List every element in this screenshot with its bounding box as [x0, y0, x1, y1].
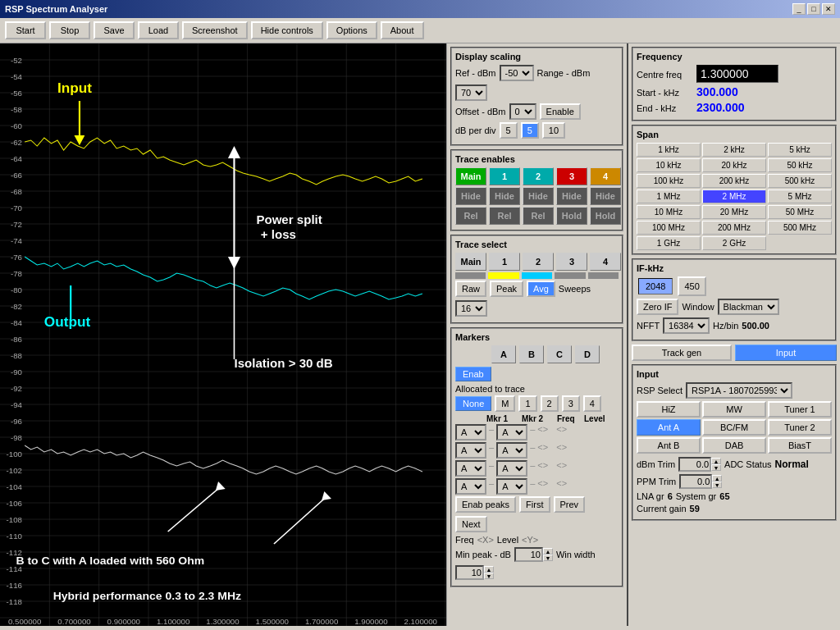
trace4-hold[interactable]: Hold [590, 207, 621, 225]
dbm-trim-input[interactable] [678, 457, 711, 472]
alloc-m[interactable]: M [495, 395, 515, 412]
ts-main[interactable]: Main [455, 253, 486, 271]
mkr1-row3-sel[interactable]: A [455, 460, 486, 477]
offset-select[interactable]: 0 [509, 103, 536, 120]
if-2048[interactable]: 2048 [638, 278, 673, 294]
span-1khz[interactable]: 1 kHz [637, 143, 701, 157]
range-select[interactable]: 70 [455, 84, 487, 101]
dbm-trim-up[interactable]: ▲ [711, 458, 721, 464]
trace3-hold[interactable]: Hold [556, 207, 587, 225]
mw-button[interactable]: MW [702, 401, 766, 418]
trace2-rel[interactable]: Rel [523, 207, 554, 225]
maximize-button[interactable]: □ [807, 3, 820, 15]
span-10khz[interactable]: 10 kHz [637, 158, 701, 172]
start-button[interactable]: Start [5, 21, 46, 39]
mkr1-row1-sel[interactable]: A [455, 424, 486, 441]
save-button[interactable]: Save [94, 21, 135, 39]
avg-button[interactable]: Avg [527, 281, 555, 297]
trace1-hide[interactable]: Hide [489, 187, 520, 205]
about-button[interactable]: About [381, 21, 424, 39]
ppm-trim-spin[interactable]: ▲ ▼ [679, 474, 722, 489]
marker-b[interactable]: B [519, 345, 544, 363]
enab-button[interactable]: Enab [455, 367, 491, 381]
hiz-button[interactable]: HiZ [637, 401, 701, 418]
marker-d[interactable]: D [575, 345, 600, 363]
trace4-hide[interactable]: Hide [590, 187, 621, 205]
alloc-1[interactable]: 1 [518, 395, 536, 412]
span-50mhz[interactable]: 50 MHz [768, 205, 832, 219]
trace2-hide[interactable]: Hide [523, 187, 554, 205]
min-peak-spin[interactable]: ▲ ▼ [514, 547, 553, 562]
enable-button[interactable]: Enable [540, 103, 581, 120]
trace-2-enable[interactable]: 2 [523, 167, 554, 185]
mkr2-row2-sel[interactable]: A [496, 442, 527, 459]
span-20mhz[interactable]: 20 MHz [702, 205, 766, 219]
dab-button[interactable]: DAB [702, 437, 766, 454]
tuner1-button[interactable]: Tuner 1 [768, 401, 832, 418]
min-peak-input[interactable] [514, 547, 543, 562]
span-100mhz[interactable]: 100 MHz [637, 221, 701, 235]
next-button[interactable]: Next [455, 516, 487, 532]
mkr2-row4-sel[interactable]: A [496, 478, 527, 495]
dbm-trim-spin[interactable]: ▲ ▼ [678, 457, 721, 472]
mkr2-row1-sel[interactable]: A [496, 424, 527, 441]
track-gen-button[interactable]: Track gen [632, 345, 732, 361]
trace-main-enable[interactable]: Main [455, 167, 486, 185]
zero-if-button[interactable]: Zero IF [637, 299, 678, 315]
span-1mhz[interactable]: 1 MHz [637, 189, 701, 203]
bcfm-button[interactable]: BC/FM [702, 419, 766, 436]
options-button[interactable]: Options [326, 21, 377, 39]
db-5-button[interactable]: 5 [500, 122, 518, 139]
span-2khz[interactable]: 2 kHz [702, 143, 766, 157]
span-100khz[interactable]: 100 kHz [637, 174, 701, 188]
close-button[interactable]: ✕ [822, 3, 835, 15]
main-hide[interactable]: Hide [455, 187, 486, 205]
trace-3-enable[interactable]: 3 [556, 167, 587, 185]
span-200khz[interactable]: 200 kHz [702, 174, 766, 188]
mkr2-row3-sel[interactable]: A [496, 460, 527, 477]
ref-select[interactable]: -50 [500, 65, 534, 81]
trace1-rel[interactable]: Rel [489, 207, 520, 225]
ant-b-button[interactable]: Ant B [637, 437, 701, 454]
span-1ghz[interactable]: 1 GHz [637, 236, 701, 250]
prev-button[interactable]: Prev [554, 496, 586, 513]
ts-2[interactable]: 2 [523, 253, 554, 271]
ppm-trim-down[interactable]: ▼ [712, 482, 722, 488]
win-width-input[interactable] [455, 565, 484, 580]
centre-freq-input[interactable] [696, 65, 778, 83]
sweeps-select[interactable]: 16 [455, 300, 487, 317]
trace-4-enable[interactable]: 4 [590, 167, 621, 185]
nfft-select[interactable]: 16384 [663, 317, 710, 334]
ts-4[interactable]: 4 [590, 253, 621, 271]
marker-a[interactable]: A [491, 345, 516, 363]
window-select[interactable]: BlackmanHann [718, 299, 779, 315]
ppm-trim-up[interactable]: ▲ [712, 475, 722, 482]
raw-button[interactable]: Raw [455, 281, 486, 297]
alloc-4[interactable]: 4 [583, 395, 601, 412]
win-width-down[interactable]: ▼ [484, 573, 494, 579]
trace-1-enable[interactable]: 1 [489, 167, 520, 185]
span-10mhz[interactable]: 10 MHz [637, 205, 701, 219]
ant-a-button[interactable]: Ant A [637, 419, 701, 436]
mkr1-row4-sel[interactable]: A [455, 478, 486, 495]
span-2ghz[interactable]: 2 GHz [702, 236, 766, 250]
min-peak-down[interactable]: ▼ [543, 555, 553, 561]
span-500mhz[interactable]: 500 MHz [768, 221, 832, 235]
span-2mhz[interactable]: 2 MHz [702, 189, 766, 203]
tuner2-button[interactable]: Tuner 2 [768, 419, 832, 436]
first-button[interactable]: First [519, 496, 550, 513]
span-200mhz[interactable]: 200 MHz [702, 221, 766, 235]
db-5b-button[interactable]: 5 [521, 122, 539, 139]
main-rel[interactable]: Rel [455, 207, 486, 225]
stop-button[interactable]: Stop [49, 21, 90, 39]
alloc-none[interactable]: None [455, 396, 491, 411]
rsp-select[interactable]: RSP1A - 1807025993 [686, 382, 792, 399]
screenshot-button[interactable]: Screenshot [182, 21, 248, 39]
mkr1-row2-sel[interactable]: A [455, 442, 486, 459]
marker-c[interactable]: C [547, 345, 572, 363]
min-peak-up[interactable]: ▲ [543, 548, 553, 555]
span-500khz[interactable]: 500 kHz [768, 174, 832, 188]
dbm-trim-down[interactable]: ▼ [711, 464, 721, 471]
span-50khz[interactable]: 50 kHz [768, 158, 832, 172]
minimize-button[interactable]: _ [792, 3, 806, 15]
